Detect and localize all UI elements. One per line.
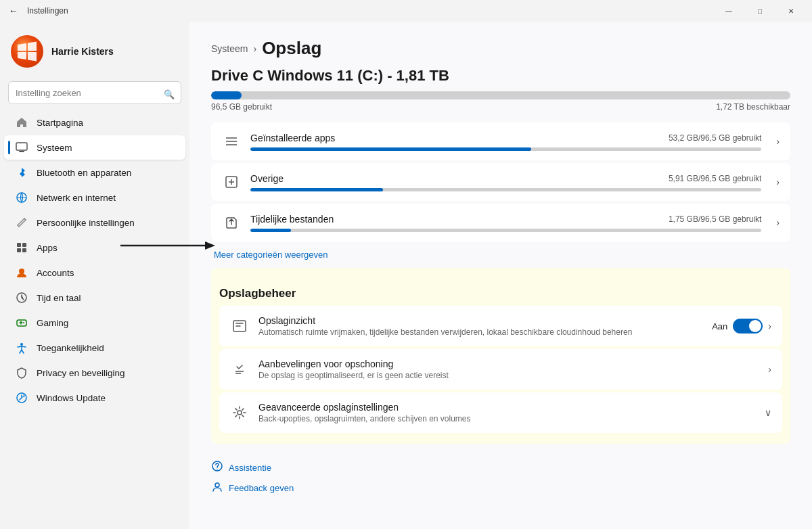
more-categories-link[interactable]: Meer categorieën weergeven: [211, 244, 330, 265]
mgmt-subtitle-geavanceerd: Back-upopties, opslagruimten, andere sch…: [258, 414, 755, 423]
card-size-installed-apps: 53,2 GB/96,5 GB gebruikt: [669, 133, 761, 143]
category-card-tijdelijke-bestanden[interactable]: Tijdelijke bestanden1,75 GB/96,5 GB gebr…: [211, 204, 790, 242]
storage-free-label: 1,72 TB beschikbaar: [716, 102, 790, 112]
mgmt-right-aanbevelingen: ›: [768, 364, 771, 375]
geavanceerd-icon: [230, 403, 249, 422]
search-container: 🔍: [0, 78, 189, 110]
sidebar-item-label-windows-update: Windows Update: [37, 393, 106, 403]
storage-bar-container: [211, 91, 790, 99]
sidebar-item-netwerk[interactable]: Netwerk en internet: [4, 185, 185, 210]
sidebar-item-label-apps: Apps: [37, 243, 58, 253]
sidebar-item-windows-update[interactable]: Windows Update: [4, 386, 185, 410]
back-button[interactable]: ←: [5, 3, 22, 19]
card-bar-track-installed-apps: [250, 147, 761, 151]
tijdelijke-bestanden-icon: [222, 213, 241, 232]
startpagina-icon: [15, 116, 28, 129]
mgmt-content-opslaginzicht: OpslaginzichtAutomatisch ruimte vrijmake…: [258, 315, 702, 337]
sidebar-item-accounts[interactable]: Accounts: [4, 260, 185, 285]
category-card-overige[interactable]: Overige5,91 GB/96,5 GB gebruikt›: [211, 163, 790, 201]
sidebar-item-bluetooth[interactable]: Bluetooth en apparaten: [4, 160, 185, 185]
storage-used-label: 96,5 GB gebruikt: [211, 102, 272, 112]
footer-link-assistentie[interactable]: Assistentie: [211, 460, 790, 475]
card-title-tijdelijke-bestanden: Tijdelijke bestanden: [250, 214, 334, 225]
privacy-icon: [15, 366, 28, 380]
windows-update-icon: [15, 391, 28, 405]
svg-rect-6: [22, 248, 26, 252]
card-bar-fill-installed-apps: [250, 147, 531, 151]
sidebar-item-startpagina[interactable]: Startpagina: [4, 110, 185, 135]
card-chevron-installed-apps: ›: [776, 136, 780, 147]
toggle-label-opslaginzicht: Aan: [712, 321, 727, 331]
opslagbeheer-section: Opslagbeheer OpslaginzichtAutomatisch ru…: [211, 268, 790, 444]
toggle-knob-opslaginzicht: [749, 320, 761, 332]
opslaginzicht-icon: [230, 317, 249, 336]
app-title: Instellingen: [27, 6, 68, 16]
mgmt-card-geavanceerd[interactable]: Geavanceerde opslaginstellingenBack-upop…: [219, 392, 782, 433]
card-bar-fill-tijdelijke-bestanden: [250, 229, 291, 232]
footer-links: AssistentieFeedback geven: [211, 460, 790, 495]
systeem-icon: [15, 141, 28, 154]
card-title-overige: Overige: [250, 173, 284, 184]
card-size-tijdelijke-bestanden: 1,75 GB/96,5 GB gebruikt: [669, 214, 761, 224]
avatar: [11, 35, 43, 68]
mgmt-card-opslaginzicht[interactable]: OpslaginzichtAutomatisch ruimte vrijmake…: [219, 306, 782, 346]
sidebar-item-gaming[interactable]: Gaming: [4, 310, 185, 335]
sidebar-item-label-persoonlijk: Persoonlijke instellingen: [37, 218, 135, 228]
accounts-icon: [15, 266, 28, 279]
card-content-tijdelijke-bestanden: Tijdelijke bestanden1,75 GB/96,5 GB gebr…: [250, 214, 761, 232]
sidebar-item-label-tijd: Tijd en taal: [37, 293, 81, 303]
sidebar-item-persoonlijk[interactable]: Persoonlijke instellingen: [4, 210, 185, 235]
mgmt-content-geavanceerd: Geavanceerde opslaginstellingenBack-upop…: [258, 402, 755, 423]
aanbevelingen-icon: [230, 360, 249, 379]
sidebar-item-label-bluetooth: Bluetooth en apparaten: [37, 168, 131, 178]
footer-link-label-feedback: Feedback geven: [229, 483, 294, 493]
storage-bar-track: [211, 91, 790, 99]
mgmt-title-opslaginzicht: Opslaginzicht: [258, 315, 702, 326]
close-button[interactable]: ✕: [775, 0, 807, 22]
maximize-button[interactable]: □: [744, 0, 775, 22]
drive-title: Drive C Windows 11 (C:) - 1,81 TB: [211, 67, 790, 85]
back-icon: ←: [9, 5, 18, 16]
breadcrumb: Systeem › Opslag: [211, 38, 790, 59]
toggle-opslaginzicht[interactable]: [733, 319, 763, 334]
mgmt-subtitle-aanbevelingen: De opslag is geoptimaliseerd, er is geen…: [258, 371, 759, 380]
mgmt-title-aanbevelingen: Aanbevelingen voor opschoning: [258, 359, 759, 369]
tijd-icon: [15, 291, 28, 304]
installed-apps-icon: [222, 132, 241, 151]
search-input[interactable]: [8, 81, 181, 104]
breadcrumb-chevron-icon: ›: [253, 43, 256, 54]
storage-bar-fill: [211, 91, 242, 99]
card-bar-track-tijdelijke-bestanden: [250, 229, 761, 232]
feedback-icon: [211, 480, 223, 495]
svg-rect-4: [22, 243, 26, 247]
sidebar-item-privacy[interactable]: Privacy en beveiliging: [4, 361, 185, 385]
categories-container: Geïnstalleerde apps53,2 GB/96,5 GB gebru…: [211, 122, 790, 242]
avatar-graphic: [11, 35, 43, 68]
netwerk-icon: [15, 191, 28, 204]
nav-items: StartpaginaSysteemBluetooth en apparaten…: [0, 110, 189, 411]
sidebar-item-apps[interactable]: Apps: [4, 235, 185, 260]
svg-point-11: [20, 343, 23, 346]
user-profile[interactable]: Harrie Kisters: [0, 27, 189, 78]
mgmt-title-geavanceerd: Geavanceerde opslaginstellingen: [258, 402, 755, 413]
titlebar: ← Instellingen — □ ✕: [0, 0, 812, 22]
footer-link-feedback[interactable]: Feedback geven: [211, 480, 790, 495]
minimize-button[interactable]: —: [713, 0, 744, 22]
mgmt-subtitle-opslaginzicht: Automatisch ruimte vrijmaken, tijdelijke…: [258, 327, 702, 337]
svg-rect-0: [16, 143, 27, 150]
sidebar-item-systeem[interactable]: Systeem: [4, 135, 185, 160]
svg-rect-5: [17, 248, 21, 252]
sidebar-item-tijd[interactable]: Tijd en taal: [4, 285, 185, 310]
svg-point-18: [238, 411, 242, 415]
card-bar-fill-overige: [250, 188, 383, 191]
sidebar-item-toegankelijkheid[interactable]: Toegankelijkheid: [4, 336, 185, 360]
bluetooth-icon: [15, 166, 28, 179]
mgmt-chevron-aanbevelingen: ›: [768, 364, 771, 375]
category-card-installed-apps[interactable]: Geïnstalleerde apps53,2 GB/96,5 GB gebru…: [211, 122, 790, 160]
sidebar-item-label-accounts: Accounts: [37, 268, 74, 278]
persoonlijk-icon: [15, 216, 28, 229]
mgmt-card-aanbevelingen[interactable]: Aanbevelingen voor opschoningDe opslag i…: [219, 349, 782, 390]
sidebar-item-label-gaming: Gaming: [37, 318, 68, 328]
mgmt-chevron-down-geavanceerd: ∨: [765, 407, 771, 418]
overige-icon: [222, 172, 241, 191]
